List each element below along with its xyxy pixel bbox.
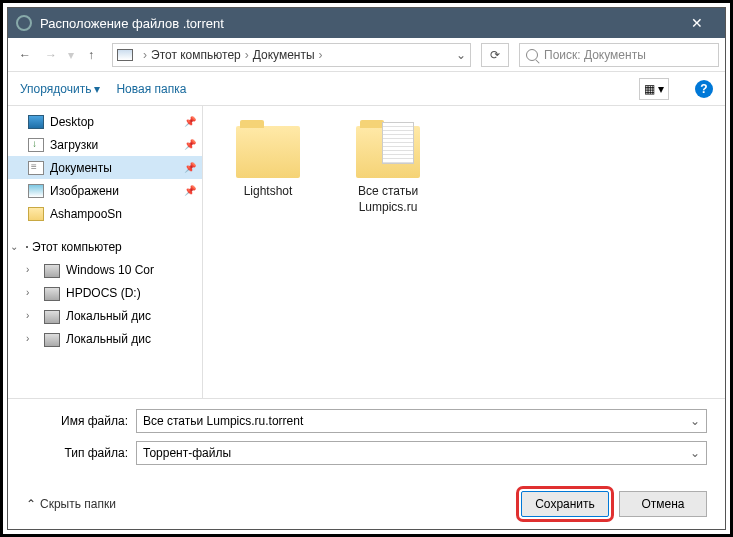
filetype-select[interactable]: Торрент-файлы ⌄ [136,441,707,465]
pc-icon [117,49,133,61]
search-icon [526,49,538,61]
app-icon [16,15,32,31]
pin-icon: 📌 [184,116,196,127]
drive-icon [44,333,60,347]
sidebar-item-drive[interactable]: › Локальный дис [8,304,202,327]
folder-item[interactable]: Все статьи Lumpics.ru [343,126,433,215]
address-bar[interactable]: › Этот компьютер › Документы › ⌄ [112,43,471,67]
chevron-down-icon[interactable]: ⌄ [690,414,700,428]
organize-button[interactable]: Упорядочить▾ [20,82,100,96]
hide-folders-button[interactable]: ⌃ Скрыть папки [26,497,116,511]
search-input[interactable]: Поиск: Документы [519,43,719,67]
drive-icon [44,310,60,324]
chevron-down-icon: ⌄ [10,241,22,252]
chevron-right-icon: › [26,287,38,298]
nav-forward-button[interactable]: → [40,44,62,66]
chevron-right-icon: › [319,48,323,62]
pc-icon [26,246,28,248]
address-dropdown-icon[interactable]: ⌄ [456,48,466,62]
nav-separator: ▾ [68,48,74,62]
search-placeholder: Поиск: Документы [544,48,646,62]
sidebar-item-ashampoo[interactable]: AshampooSn [8,202,202,225]
cancel-button[interactable]: Отмена [619,491,707,517]
new-folder-button[interactable]: Новая папка [116,82,186,96]
window-title: Расположение файлов .torrent [40,16,677,31]
sidebar-item-this-pc[interactable]: ⌄ Этот компьютер [8,235,202,258]
pin-icon: 📌 [184,139,196,150]
sidebar-item-drive[interactable]: › HPDOCS (D:) [8,281,202,304]
save-button[interactable]: Сохранить [521,491,609,517]
chevron-right-icon: › [143,48,147,62]
filetype-label: Тип файла: [26,446,136,460]
chevron-right-icon: › [26,333,38,344]
documents-icon [28,161,44,175]
pin-icon: 📌 [184,185,196,196]
breadcrumb-root[interactable]: Этот компьютер [151,48,241,62]
drive-icon [44,287,60,301]
sidebar-item-documents[interactable]: Документы 📌 [8,156,202,179]
close-button[interactable]: ✕ [677,15,717,31]
nav-up-button[interactable]: ↑ [80,44,102,66]
sidebar-item-drive[interactable]: › Локальный дис [8,327,202,350]
nav-back-button[interactable]: ← [14,44,36,66]
sidebar-item-downloads[interactable]: Загрузки 📌 [8,133,202,156]
images-icon [28,184,44,198]
chevron-right-icon: › [245,48,249,62]
folder-icon [28,207,44,221]
desktop-icon [28,115,44,129]
folder-label: Lightshot [223,184,313,200]
sidebar-item-images[interactable]: Изображени 📌 [8,179,202,202]
breadcrumb-folder[interactable]: Документы [253,48,315,62]
chevron-up-icon: ⌃ [26,497,36,511]
downloads-icon [28,138,44,152]
chevron-down-icon[interactable]: ⌄ [690,446,700,460]
filename-label: Имя файла: [26,414,136,428]
chevron-right-icon: › [26,264,38,275]
folder-item[interactable]: Lightshot [223,126,313,200]
pin-icon: 📌 [184,162,196,173]
refresh-button[interactable]: ⟳ [481,43,509,67]
folder-icon [356,126,420,178]
help-button[interactable]: ? [695,80,713,98]
folder-label: Все статьи Lumpics.ru [343,184,433,215]
filename-input[interactable]: Все статьи Lumpics.ru.torrent ⌄ [136,409,707,433]
folder-icon [236,126,300,178]
sidebar-item-desktop[interactable]: Desktop 📌 [8,110,202,133]
file-list[interactable]: Lightshot Все статьи Lumpics.ru [203,106,725,398]
chevron-right-icon: › [26,310,38,321]
chevron-down-icon: ▾ [94,82,100,96]
sidebar: Desktop 📌 Загрузки 📌 Документы 📌 Изображ… [8,106,203,398]
sidebar-item-drive[interactable]: › Windows 10 Cor [8,258,202,281]
drive-icon [44,264,60,278]
view-options-button[interactable]: ▦ ▾ [639,78,669,100]
